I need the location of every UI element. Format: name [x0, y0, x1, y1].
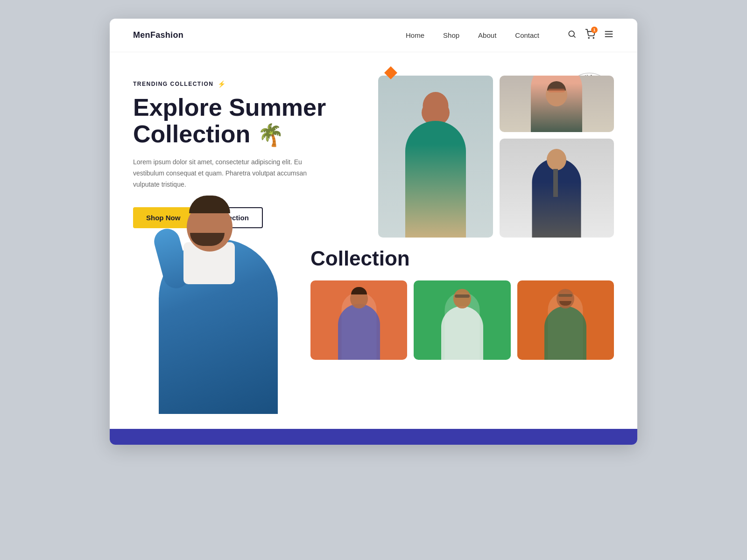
fig1-body — [405, 121, 466, 238]
lightning-icon: ⚡ — [218, 80, 226, 88]
svg-point-2 — [588, 37, 589, 38]
diamond-decoration — [384, 66, 397, 81]
search-icon — [567, 29, 577, 39]
hero-photo-grid: BEST QUALITY · BEST QUALITY · ★ — [378, 76, 614, 238]
card1-fig-hair — [351, 287, 367, 294]
collection-card-1 — [310, 280, 407, 360]
fig1-head2 — [423, 92, 448, 120]
brand-logo: MenFashion — [133, 30, 183, 40]
palm-tree-emoji: 🌴 — [257, 123, 284, 147]
hero-buttons: Shop Now Collection — [133, 207, 369, 228]
hero-title-line2: Collection — [133, 120, 250, 147]
navbar: MenFashion Home Shop About Contact 1 — [110, 19, 637, 52]
collection-card-2 — [414, 280, 510, 360]
search-button[interactable] — [567, 29, 577, 41]
nav-about[interactable]: About — [478, 31, 496, 39]
hero-left: TRENDING COLLECTION ⚡ Explore Summer Col… — [133, 76, 369, 238]
svg-point-0 — [569, 31, 574, 36]
nav-contact[interactable]: Contact — [515, 31, 539, 39]
card1-fig-shirt — [338, 304, 380, 360]
fig2-head — [547, 149, 566, 170]
collection-cards — [310, 280, 614, 360]
fig3-glasses — [548, 89, 565, 92]
hero-section: TRENDING COLLECTION ⚡ Explore Summer Col… — [110, 52, 637, 238]
shop-now-button[interactable]: Shop Now — [133, 207, 193, 228]
card2-glasses — [455, 294, 470, 298]
collection-heading: Collection — [310, 247, 614, 270]
menu-button[interactable] — [604, 29, 614, 42]
card3-glasses — [558, 294, 572, 297]
nav-links: Home Shop About Contact — [406, 31, 539, 40]
large-man-figure — [133, 233, 310, 429]
cart-button[interactable]: 1 — [585, 29, 595, 42]
collection-card-3 — [517, 280, 614, 360]
card3-fig-shirt — [544, 306, 586, 360]
svg-line-1 — [574, 36, 576, 38]
hero-title-line1: Explore Summer — [133, 94, 326, 121]
photo-man-suit — [500, 139, 614, 237]
nav-home[interactable]: Home — [406, 31, 424, 39]
fig2-tie — [553, 169, 558, 197]
bottom-bar — [110, 429, 637, 445]
trending-label: TRENDING COLLECTION — [133, 81, 214, 87]
svg-point-3 — [593, 37, 594, 38]
trending-tag: TRENDING COLLECTION ⚡ — [133, 80, 369, 88]
bottom-section: Collection — [110, 233, 637, 429]
page-wrapper: MenFashion Home Shop About Contact 1 — [110, 19, 637, 445]
svg-marker-7 — [384, 66, 397, 79]
card2-fig-head — [453, 289, 471, 308]
cart-badge: 1 — [591, 27, 598, 33]
card2-fig-shirt — [441, 306, 483, 360]
hero-description: Lorem ipsum dolor sit amet, consectetur … — [133, 157, 329, 190]
photo-man-pink — [500, 76, 614, 132]
right-content-area: Collection — [310, 233, 614, 429]
nav-icons: 1 — [567, 29, 614, 42]
hero-title: Explore Summer Collection 🌴 — [133, 94, 369, 147]
photo-man-teal — [378, 76, 493, 238]
hamburger-icon — [604, 29, 614, 39]
nav-shop[interactable]: Shop — [443, 31, 459, 39]
